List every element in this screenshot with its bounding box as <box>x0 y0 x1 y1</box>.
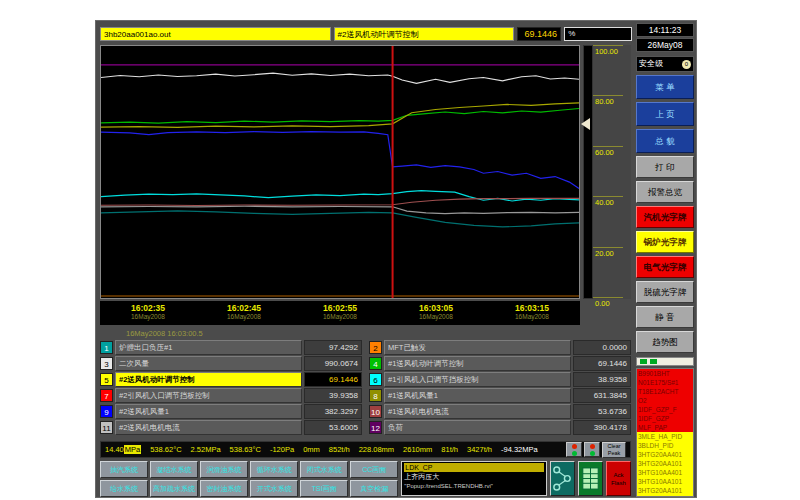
command-box[interactable]: LDK_CP 上齐丙压大 "Popup:/trendSEL.TRENDHB.rv… <box>401 461 546 496</box>
nav-button[interactable]: 高加疏水系统 <box>150 480 198 497</box>
pen-label[interactable]: #2引风机入口调节挡板控制 <box>115 388 302 403</box>
alarm-item[interactable]: 1IDF_GZP_F <box>637 405 693 414</box>
sidebar-button[interactable]: 菜 单 <box>636 75 694 99</box>
alarm-item[interactable]: O2 <box>637 396 693 405</box>
legend-row[interactable]: 11#2送风机电机电流53.6005 <box>100 420 362 435</box>
alarm-item[interactable]: MLF_PAP <box>637 423 693 432</box>
pen-number[interactable]: 7 <box>100 389 113 402</box>
nav-button[interactable]: 开式水系统 <box>250 480 298 497</box>
alarm-item[interactable]: N01E175/S#1 <box>637 378 693 387</box>
status-value: 3427t/h <box>467 445 492 454</box>
scale-slider-track[interactable] <box>583 45 593 299</box>
legend-row[interactable]: 5#2送风机动叶调节控制69.1446 <box>100 372 362 387</box>
pen-number[interactable]: 5 <box>100 373 113 386</box>
alarm-item[interactable]: 3BLDH_PID <box>637 441 693 450</box>
status-value: 81t/h <box>441 445 458 454</box>
alarm-item[interactable]: B9901BHT <box>637 369 693 378</box>
alarm-item[interactable]: 3HTG10AA101 <box>637 477 693 486</box>
sidebar-button[interactable]: 脱硫光字牌 <box>636 281 694 303</box>
alarm-item[interactable]: 3HTG10AA401 <box>637 468 693 477</box>
pen-number[interactable]: 1 <box>100 341 113 354</box>
sidebar-button[interactable]: 上 页 <box>636 102 694 126</box>
alarm-item[interactable]: 1IDF_GZP <box>637 414 693 423</box>
pen-label[interactable]: #1送风机动叶调节控制 <box>384 356 571 371</box>
nav-button[interactable]: 闭式水系统 <box>300 461 348 478</box>
legend-row[interactable]: 3二次风量990.0674 <box>100 356 362 371</box>
trend-file-field[interactable]: 3hb20aa001ao.out <box>100 27 331 41</box>
pen-number[interactable]: 9 <box>100 405 113 418</box>
nav-button[interactable]: TSI画面 <box>300 480 348 497</box>
sidebar-button[interactable]: 报警总览 <box>636 181 694 203</box>
y-axis-scale: 100.0080.0060.0040.0020.000.00 <box>593 45 631 299</box>
nav-button[interactable]: 润滑油系统 <box>200 461 248 478</box>
alarm-item[interactable]: T18E12ACHT <box>637 387 693 396</box>
indicator-strip <box>636 357 694 366</box>
sidebar-button[interactable]: 总 貌 <box>636 129 694 153</box>
legend-row[interactable]: 2MFT已触发0.0000 <box>369 340 631 355</box>
nav-button[interactable]: 给水系统 <box>100 480 148 497</box>
sidebar-button[interactable]: 打 印 <box>636 156 694 178</box>
pen-label[interactable]: #1引风机入口调节挡板控制 <box>384 372 571 387</box>
pen-number[interactable]: 12 <box>369 421 382 434</box>
pen-label[interactable]: 负荷 <box>384 420 571 435</box>
pen-label[interactable]: MFT已触发 <box>384 340 571 355</box>
legend-row[interactable]: 10#1送风机电机电流53.6736 <box>369 404 631 419</box>
nav-button[interactable]: CC画面 <box>350 461 398 478</box>
legend-row[interactable]: 4#1送风机动叶调节控制69.1446 <box>369 356 631 371</box>
alarm-tag-list[interactable]: B9901BHTN01E175/S#1T18E12ACHTO21IDF_GZP_… <box>636 368 694 497</box>
status-value: -120Pa <box>270 445 294 454</box>
pen-number[interactable]: 8 <box>369 389 382 402</box>
nav-button[interactable]: 凝结水系统 <box>150 461 198 478</box>
ack-flash-button[interactable]: Ack Flash <box>606 461 631 496</box>
legend-row[interactable]: 8#1送风机风量1631.3845 <box>369 388 631 403</box>
nav-button[interactable]: 密封油系统 <box>200 480 248 497</box>
legend-row[interactable]: 9#2送风机风量1382.3297 <box>100 404 362 419</box>
pen-number[interactable]: 10 <box>369 405 382 418</box>
legend-row[interactable]: 6#1引风机入口调节挡板控制38.9358 <box>369 372 631 387</box>
network-icon[interactable] <box>550 461 575 496</box>
alarm-item[interactable]: 3MLE_HA_PID <box>637 432 693 441</box>
pen-number[interactable]: 2 <box>369 341 382 354</box>
pen-value: 53.6005 <box>304 420 362 435</box>
pen-label[interactable]: #2送风机动叶调节控制 <box>115 372 302 387</box>
pen-number[interactable]: 11 <box>100 421 113 434</box>
sidebar-button[interactable]: 静 音 <box>636 306 694 328</box>
sidebar-button[interactable]: 趋势图 <box>636 331 694 353</box>
indicator-a-icon <box>640 359 647 364</box>
scale-slider-arrow-icon[interactable] <box>581 118 590 130</box>
sidebar-button[interactable]: 汽机光字牌 <box>636 206 694 228</box>
pen-number[interactable]: 4 <box>369 357 382 370</box>
legend-row[interactable]: 1炉膛出口负压#197.4292 <box>100 340 362 355</box>
pen-value: 382.3297 <box>304 404 362 419</box>
pen-number[interactable]: 6 <box>369 373 382 386</box>
sidebar-button[interactable]: 锅炉光字牌 <box>636 231 694 253</box>
traffic-light-icon-1[interactable] <box>566 442 582 457</box>
safety-label: 安全级 <box>639 58 663 70</box>
screen-nav-grid: 抽汽系统凝结水系统润滑油系统循环水系统闭式水系统CC画面给水系统高加疏水系统密封… <box>100 461 398 497</box>
nav-button[interactable]: 循环水系统 <box>250 461 298 478</box>
traffic-light-icon-2[interactable] <box>584 442 600 457</box>
legend-row[interactable]: 7#2引风机入口调节挡板控制39.9358 <box>100 388 362 403</box>
alarm-item[interactable]: 3HTG20AA101 <box>637 486 693 495</box>
nav-button[interactable]: 抽汽系统 <box>100 461 148 478</box>
pen-label[interactable]: #2送风机电机电流 <box>115 420 302 435</box>
legend-row[interactable]: 12负荷390.4178 <box>369 420 631 435</box>
pen-label[interactable]: 二次风量 <box>115 356 302 371</box>
grid-icon[interactable] <box>578 461 603 496</box>
trend-plot[interactable] <box>100 45 580 299</box>
alarm-item[interactable]: 3HTG10AA101 <box>637 495 693 497</box>
pen-number[interactable]: 3 <box>100 357 113 370</box>
dcs-window: 3hb20aa001ao.out #2送风机动叶调节控制 69.1446 % 1… <box>95 20 697 498</box>
pen-value: 39.9358 <box>304 388 362 403</box>
sidebar-button[interactable]: 电气光字牌 <box>636 256 694 278</box>
alarm-item[interactable]: 3HTG20AA401 <box>637 450 693 459</box>
pen-label[interactable]: 炉膛出口负压#1 <box>115 340 302 355</box>
command-selected-item[interactable]: LDK_CP <box>404 463 543 472</box>
pen-label[interactable]: #1送风机风量1 <box>384 388 571 403</box>
pen-label[interactable]: #2送风机风量1 <box>115 404 302 419</box>
nav-button[interactable]: 真空检漏 <box>350 480 398 497</box>
selected-pen-title[interactable]: #2送风机动叶调节控制 <box>334 27 514 41</box>
pen-label[interactable]: #1送风机电机电流 <box>384 404 571 419</box>
alarm-item[interactable]: 3HTG20AA101 <box>637 459 693 468</box>
clear-peak-button[interactable]: ClearPeak <box>602 442 626 458</box>
